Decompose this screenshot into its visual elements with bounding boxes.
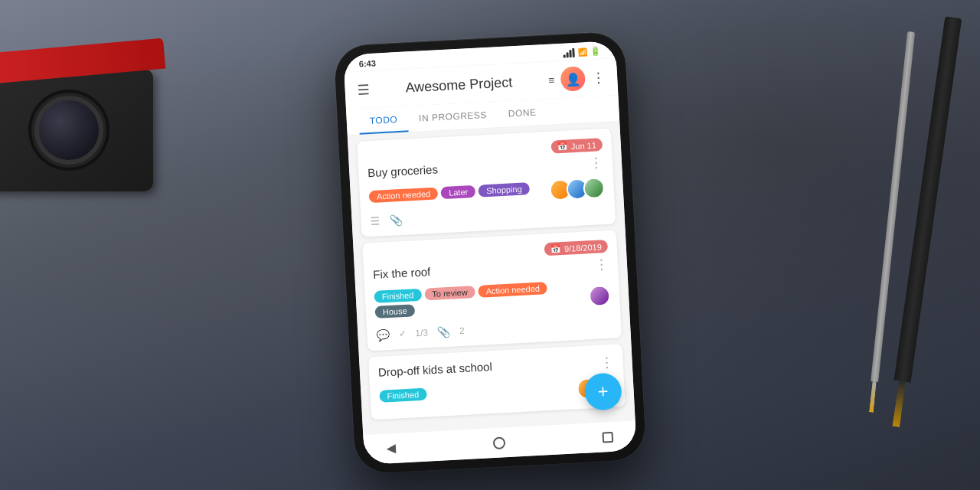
menu-icon[interactable]: ☰ <box>357 83 370 97</box>
tag[interactable]: House <box>374 304 415 318</box>
check-icon[interactable]: ✓ <box>398 328 407 340</box>
task-title: Fix the roof <box>373 256 590 281</box>
tag[interactable]: Shopping <box>479 182 530 197</box>
attachment-icon[interactable]: 📎 <box>437 325 451 338</box>
card-row: Finished <box>379 377 616 410</box>
tags-row: Finished To review Action needed House <box>374 279 590 318</box>
wifi-icon: 📶 <box>577 47 587 57</box>
status-time: 6:43 <box>359 58 377 68</box>
battery-icon: 🔋 <box>590 46 601 57</box>
task-card[interactable]: 📅 9/18/2019 Fix the roof ⋮ Finished To r… <box>362 230 622 351</box>
tags-row: Finished <box>379 388 426 403</box>
tab-in-progress[interactable]: IN PROGRESS <box>407 101 498 132</box>
task-date-badge: 📅 Jun 11 <box>550 138 603 153</box>
tag[interactable]: To review <box>424 286 475 300</box>
avatar <box>588 285 610 307</box>
camera-decoration <box>0 23 176 237</box>
back-nav-icon[interactable]: ◀ <box>387 441 397 456</box>
tag[interactable]: Finished <box>379 388 426 403</box>
phone-outer: 6:43 📶 🔋 ☰ Awesome Project ≡ <box>334 31 647 474</box>
task-more-icon[interactable]: ⋮ <box>594 256 609 273</box>
phone-screen: 6:43 📶 🔋 ☰ Awesome Project ≡ <box>343 41 637 465</box>
attachment-count: 2 <box>459 325 465 336</box>
attachment-icon[interactable]: 📎 <box>389 214 403 227</box>
tab-done[interactable]: DONE <box>497 99 547 127</box>
user-avatar[interactable]: 👤 <box>560 66 586 92</box>
comment-icon[interactable]: 💬 <box>376 328 390 341</box>
home-nav-icon[interactable] <box>493 436 506 449</box>
tag[interactable]: Action needed <box>369 187 439 203</box>
calendar-icon: 📅 <box>557 141 569 152</box>
filter-icon[interactable]: ≡ <box>548 74 555 86</box>
tag[interactable]: Finished <box>374 289 421 303</box>
task-title: Drop-off kids at school <box>378 354 595 379</box>
card-row: Finished To review Action needed House <box>374 279 611 325</box>
task-more-icon[interactable]: ⋮ <box>589 154 603 172</box>
task-title: Buy groceries <box>368 155 584 179</box>
more-options-icon[interactable]: ⋮ <box>591 69 606 87</box>
avatars-row <box>549 177 605 201</box>
status-icons: 📶 🔋 <box>563 46 601 58</box>
comment-icon[interactable]: ☰ <box>370 214 381 227</box>
top-bar-actions: ≡ 👤 ⋮ <box>547 65 606 93</box>
tab-todo[interactable]: TODO <box>358 106 409 134</box>
tags-row: Action needed Later Shopping <box>369 182 530 203</box>
app-title: Awesome Project <box>369 72 549 97</box>
tag[interactable]: Later <box>441 185 476 199</box>
task-more-icon[interactable]: ⋮ <box>599 354 614 371</box>
subtask-count: 1/3 <box>415 327 428 338</box>
recent-nav-icon[interactable] <box>602 431 613 443</box>
task-date-badge: 📅 9/18/2019 <box>544 240 608 256</box>
task-list[interactable]: 📅 Jun 11 Buy groceries ⋮ Action needed L… <box>348 122 635 435</box>
task-card[interactable]: 📅 Jun 11 Buy groceries ⋮ Action needed L… <box>357 129 616 237</box>
signal-icon <box>563 47 575 57</box>
phone: 6:43 📶 🔋 ☰ Awesome Project ≡ <box>334 31 647 474</box>
tag[interactable]: Action needed <box>478 282 547 298</box>
avatar <box>583 177 605 199</box>
calendar-icon: 📅 <box>550 243 562 254</box>
avatars-row <box>588 285 610 307</box>
